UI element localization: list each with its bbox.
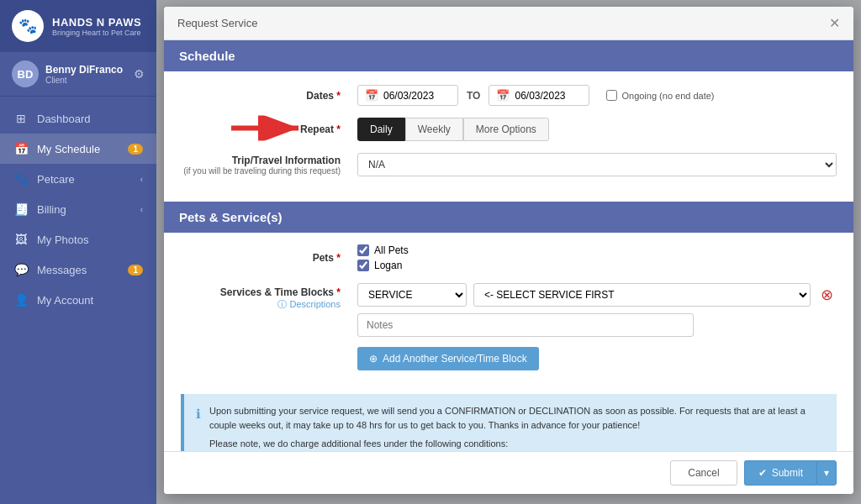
cancel-button[interactable]: Cancel [670, 460, 737, 486]
schedule-header-label: Schedule [179, 49, 235, 63]
schedule-section-header: Schedule [164, 40, 853, 71]
ongoing-checkbox[interactable] [606, 90, 617, 101]
pet-logan-label: Logan [374, 260, 402, 271]
pet-logan-item: Logan [357, 260, 409, 271]
service-time-select[interactable]: <- SELECT SERVICE FIRST [473, 283, 811, 307]
chevron-icon: ‹ [140, 175, 143, 184]
services-row: Services & Time Blocks * ⓘ Descriptions … [181, 283, 837, 370]
info-text: Upon submitting your service request, we… [209, 404, 825, 451]
add-service-btn[interactable]: ⊕ Add Another Service/Time Block [357, 347, 539, 370]
petcare-icon: 🐾 [13, 172, 29, 186]
messages-badge: 1 [128, 265, 143, 276]
pet-logan-checkbox[interactable] [357, 260, 369, 271]
calendar-icon: 📅 [496, 89, 510, 102]
sidebar-item-messages[interactable]: 💬 Messages 1 [0, 255, 156, 285]
date-from-field[interactable] [383, 90, 451, 102]
service-block: SERVICE <- SELECT SERVICE FIRST ⊗ [357, 283, 837, 307]
trip-label: Trip/Travel Information (if you will be … [181, 155, 349, 176]
services-container: SERVICE <- SELECT SERVICE FIRST ⊗ ⊕ [357, 283, 837, 370]
info-icon: ℹ [196, 405, 201, 451]
to-label: TO [467, 90, 480, 102]
sidebar-item-label: Billing [37, 203, 66, 216]
sidebar-item-label: Petcare [37, 173, 75, 186]
pet-all-checkbox[interactable] [357, 244, 369, 256]
sidebar-item-my-account[interactable]: 👤 My Account [0, 285, 156, 315]
date-to-input[interactable]: 📅 [489, 85, 589, 106]
repeat-btn-group: Daily Weekly More Options [357, 118, 549, 141]
descriptions-link[interactable]: ⓘ Descriptions [277, 299, 341, 309]
modal-title: Request Service [177, 17, 257, 29]
submit-dropdown-btn[interactable]: ▾ [816, 460, 837, 486]
brand-tagline: Bringing Heart to Pet Care [52, 29, 141, 37]
trip-select[interactable]: N/A [357, 153, 837, 176]
sidebar-item-my-schedule[interactable]: 📅 My Schedule 1 [0, 134, 156, 164]
ongoing-checkbox-wrap: Ongoing (no end date) [606, 90, 714, 101]
info-box: ℹ Upon submitting your service request, … [181, 394, 837, 451]
add-service-wrap: ⊕ Add Another Service/Time Block [357, 347, 837, 370]
schedule-icon: 📅 [13, 142, 29, 155]
modal-header: Request Service ✕ [164, 7, 853, 40]
submit-btn-wrap: ✔ Submit ▾ [744, 460, 837, 486]
sidebar-item-my-photos[interactable]: 🖼 My Photos [0, 224, 156, 255]
repeat-daily-btn[interactable]: Daily [357, 118, 405, 141]
modal: Request Service ✕ Schedule Dates * [164, 7, 853, 494]
pet-all-item: All Pets [357, 244, 409, 256]
trip-row: Trip/Travel Information (if you will be … [181, 153, 837, 176]
gear-icon[interactable]: ⚙ [134, 67, 145, 81]
submit-label: Submit [772, 467, 803, 479]
modal-overlay: Request Service ✕ Schedule Dates * [156, 0, 861, 504]
date-from-input[interactable]: 📅 [357, 85, 458, 106]
pets-row: Pets * All Pets Logan [181, 244, 837, 271]
info-conditions: Please note, we do charge additional fee… [209, 437, 825, 451]
modal-footer: Cancel ✔ Submit ▾ [164, 451, 853, 494]
repeat-more-btn[interactable]: More Options [463, 118, 549, 141]
add-service-label: Add Another Service/Time Block [383, 353, 527, 365]
calendar-icon: 📅 [365, 89, 378, 102]
billing-icon: 🧾 [13, 202, 29, 216]
brand-name: HANDS N PAWS [52, 16, 141, 29]
sidebar: 🐾 HANDS N PAWS Bringing Heart to Pet Car… [0, 0, 156, 504]
dates-row: Dates * 📅 TO 📅 Ongoin [181, 85, 837, 106]
close-icon[interactable]: ✕ [829, 15, 840, 31]
repeat-weekly-btn[interactable]: Weekly [405, 118, 463, 141]
info-main: Upon submitting your service request, we… [209, 404, 825, 432]
sidebar-item-label: Dashboard [37, 113, 91, 125]
notes-input[interactable] [357, 313, 694, 337]
pets-checkbox-list: All Pets Logan [357, 244, 409, 271]
date-to-field[interactable] [515, 90, 582, 102]
service-type-select[interactable]: SERVICE [357, 283, 467, 307]
pet-all-label: All Pets [374, 244, 409, 256]
avatar: BD [12, 60, 39, 87]
red-arrow [231, 116, 307, 144]
services-label: Services & Time Blocks * ⓘ Descriptions [181, 283, 349, 311]
account-icon: 👤 [13, 293, 29, 307]
user-role: Client [45, 76, 127, 85]
sidebar-item-label: My Photos [37, 234, 88, 246]
repeat-row: Repeat * Daily Weekly More Options [181, 118, 837, 141]
sidebar-item-label: My Account [37, 294, 93, 307]
user-info: Benny DiFranco Client [45, 64, 127, 85]
logo-icon: 🐾 [12, 10, 44, 42]
plus-icon: ⊕ [369, 353, 378, 365]
pets-header-label: Pets & Service(s) [179, 210, 283, 224]
sidebar-nav: ⊞ Dashboard 📅 My Schedule 1 🐾 Petcare ‹ … [0, 97, 156, 504]
check-icon: ✔ [758, 467, 767, 479]
schedule-badge: 1 [128, 144, 143, 155]
remove-service-btn[interactable]: ⊗ [817, 286, 837, 304]
submit-button[interactable]: ✔ Submit [744, 460, 816, 486]
pets-section: Pets * All Pets Logan [164, 233, 853, 394]
logo-text: HANDS N PAWS Bringing Heart to Pet Care [52, 16, 141, 37]
sidebar-user: BD Benny DiFranco Client ⚙ [0, 52, 156, 97]
dashboard-icon: ⊞ [13, 112, 29, 125]
chevron-icon: ‹ [140, 205, 143, 214]
sidebar-item-billing[interactable]: 🧾 Billing ‹ [0, 194, 156, 224]
modal-body: Schedule Dates * 📅 TO [164, 40, 853, 451]
sidebar-item-label: My Schedule [37, 143, 100, 155]
sidebar-item-dashboard[interactable]: ⊞ Dashboard [0, 103, 156, 134]
sidebar-item-petcare[interactable]: 🐾 Petcare ‹ [0, 164, 156, 194]
arrow-svg [231, 116, 307, 141]
ongoing-label: Ongoing (no end date) [621, 91, 714, 101]
messages-icon: 💬 [13, 263, 29, 276]
pets-label: Pets * [181, 252, 349, 264]
user-name: Benny DiFranco [45, 64, 127, 76]
